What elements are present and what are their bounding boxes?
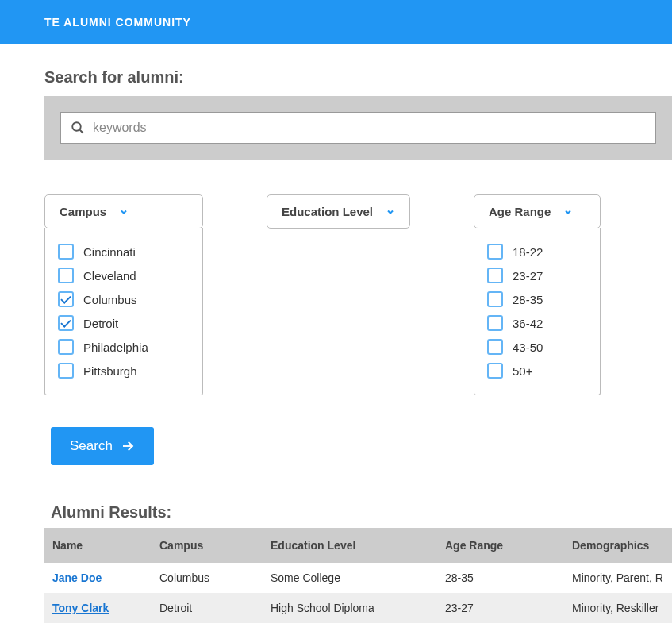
campus-option-label: Columbus xyxy=(83,293,137,306)
campus-option[interactable]: Detroit xyxy=(58,311,190,335)
search-button-label: Search xyxy=(70,438,113,454)
campus-option[interactable]: Cleveland xyxy=(58,264,190,287)
age-filter: Age Range 18-22 23-27 28-35 xyxy=(474,194,601,395)
checkbox-icon xyxy=(487,363,503,379)
campus-dropdown: Cincinnati Cleveland Columbus Detroit Ph… xyxy=(44,228,203,395)
age-option[interactable]: 50+ xyxy=(487,359,587,383)
cell-age: 28-35 xyxy=(437,563,564,593)
campus-option-label: Philadelphia xyxy=(83,341,148,354)
table-header-row: Name Campus Education Level Age Range De… xyxy=(44,528,672,563)
search-title: Search for alumni: xyxy=(44,68,628,87)
results-title: Alumni Results: xyxy=(51,503,628,522)
cell-demographics: Minority, Parent, R xyxy=(564,563,672,593)
cell-education: Some College xyxy=(263,563,437,593)
campus-filter-button[interactable]: Campus xyxy=(44,194,203,229)
age-option[interactable]: 18-22 xyxy=(487,240,587,264)
campus-option-label: Pittsburgh xyxy=(83,364,137,378)
age-option-label: 43-50 xyxy=(513,341,543,354)
arrow-right-icon xyxy=(121,439,135,453)
cell-demographics: Minority, Reskiller xyxy=(564,593,672,623)
checkbox-icon xyxy=(487,315,503,331)
table-row: Jane Doe Columbus Some College 28-35 Min… xyxy=(44,563,672,593)
chevron-down-icon xyxy=(563,207,573,217)
table-row: Tony Clark Detroit High School Diploma 2… xyxy=(44,593,672,623)
cell-campus: Detroit xyxy=(152,593,263,623)
svg-line-1 xyxy=(79,129,83,133)
education-filter: Education Level xyxy=(267,194,410,229)
campus-filter-label: Campus xyxy=(60,205,106,218)
col-education: Education Level xyxy=(263,528,437,563)
checkbox-icon xyxy=(487,339,503,355)
age-option-label: 28-35 xyxy=(513,293,543,306)
checkbox-icon xyxy=(58,363,74,379)
app-header: TE ALUMNI COMMUNITY xyxy=(0,0,672,44)
checkbox-checked-icon xyxy=(58,291,74,307)
alumni-name-link[interactable]: Tony Clark xyxy=(52,602,109,614)
search-box xyxy=(44,96,672,160)
chevron-down-icon xyxy=(386,207,395,217)
col-age: Age Range xyxy=(437,528,564,563)
age-option[interactable]: 36-42 xyxy=(487,311,587,335)
cell-age: 23-27 xyxy=(437,593,564,623)
chevron-down-icon xyxy=(119,207,129,217)
svg-point-0 xyxy=(72,122,81,131)
age-option[interactable]: 28-35 xyxy=(487,287,587,311)
age-filter-label: Age Range xyxy=(489,205,551,218)
checkbox-checked-icon xyxy=(58,315,74,331)
age-filter-button[interactable]: Age Range xyxy=(474,194,601,229)
campus-option[interactable]: Columbus xyxy=(58,287,190,311)
results-table: Name Campus Education Level Age Range De… xyxy=(44,528,672,623)
campus-option-label: Detroit xyxy=(83,317,118,330)
search-button[interactable]: Search xyxy=(51,427,154,465)
age-option-label: 50+ xyxy=(513,364,532,378)
age-option-label: 36-42 xyxy=(513,317,543,330)
search-input[interactable] xyxy=(93,121,646,135)
campus-option-label: Cincinnati xyxy=(83,245,136,259)
age-option-label: 23-27 xyxy=(513,269,543,283)
header-title: TE ALUMNI COMMUNITY xyxy=(44,16,191,29)
col-campus: Campus xyxy=(152,528,263,563)
education-filter-label: Education Level xyxy=(282,205,373,218)
age-option-label: 18-22 xyxy=(513,245,543,259)
col-demographics: Demographics xyxy=(564,528,672,563)
col-name: Name xyxy=(44,528,152,563)
cell-education: High School Diploma xyxy=(263,593,437,623)
campus-option[interactable]: Pittsburgh xyxy=(58,359,190,383)
checkbox-icon xyxy=(487,244,503,260)
campus-option[interactable]: Philadelphia xyxy=(58,335,190,359)
alumni-name-link[interactable]: Jane Doe xyxy=(52,572,102,584)
search-icon xyxy=(71,121,85,135)
checkbox-icon xyxy=(58,268,74,283)
education-filter-button[interactable]: Education Level xyxy=(267,194,410,229)
search-input-wrapper[interactable] xyxy=(60,112,656,144)
age-dropdown: 18-22 23-27 28-35 36-42 43-50 xyxy=(474,228,601,395)
filters-row: Campus Cincinnati Cleveland Columbus xyxy=(44,194,628,395)
age-option[interactable]: 23-27 xyxy=(487,264,587,287)
checkbox-icon xyxy=(58,339,74,355)
age-option[interactable]: 43-50 xyxy=(487,335,587,359)
checkbox-icon xyxy=(58,244,74,260)
checkbox-icon xyxy=(487,291,503,307)
campus-filter: Campus Cincinnati Cleveland Columbus xyxy=(44,194,203,395)
cell-campus: Columbus xyxy=(152,563,263,593)
campus-option[interactable]: Cincinnati xyxy=(58,240,190,264)
checkbox-icon xyxy=(487,268,503,283)
campus-option-label: Cleveland xyxy=(83,269,136,283)
